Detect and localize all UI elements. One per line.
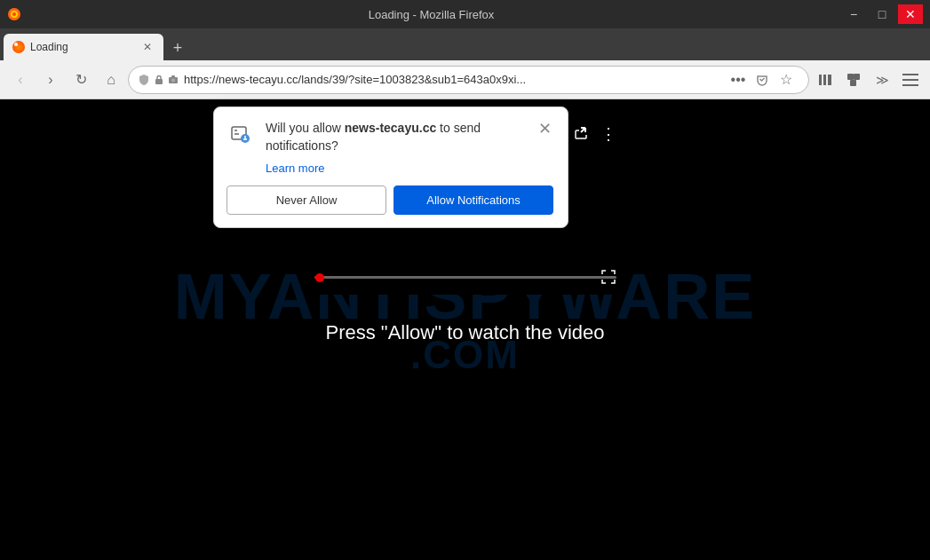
new-tab-button[interactable]: + [165, 35, 190, 60]
progress-filled [314, 276, 321, 279]
forward-button[interactable]: › [37, 67, 64, 93]
back-button[interactable]: ‹ [7, 67, 34, 93]
svg-rect-13 [902, 79, 918, 81]
tab-bar: Loading ✕ + [0, 28, 930, 60]
progress-bar[interactable] [314, 276, 616, 279]
press-allow-text: Press "Allow" to watch the video [326, 321, 605, 344]
progress-dot [315, 273, 324, 282]
never-allow-button[interactable]: Never Allow [227, 185, 386, 215]
extensions-button[interactable]: ≫ [870, 67, 894, 92]
popup-text: Will you allow news-tecayu.cc to send no… [266, 120, 525, 154]
more-video-options-icon[interactable]: ⋮ [600, 124, 616, 146]
popup-close-button[interactable]: ✕ [536, 120, 553, 138]
video-progress[interactable] [314, 276, 616, 279]
svg-rect-14 [902, 84, 918, 86]
popup-header: Will you allow news-tecayu.cc to send no… [227, 120, 553, 154]
close-button[interactable]: ✕ [898, 4, 923, 24]
home-button[interactable]: ⌂ [98, 67, 124, 93]
tab-close-button[interactable]: ✕ [140, 40, 155, 54]
svg-rect-7 [823, 75, 826, 85]
containers-icon [846, 72, 862, 88]
svg-rect-6 [819, 75, 822, 85]
library-icon [817, 72, 833, 88]
library-button[interactable] [813, 67, 838, 92]
address-bar-icons [138, 74, 179, 86]
permission-icon [168, 75, 179, 85]
popup-buttons: Never Allow Allow Notifications [227, 185, 553, 215]
svg-rect-11 [850, 80, 856, 86]
address-bar-actions: ••• ☆ [725, 67, 799, 93]
toolbar-extras: ≫ [813, 67, 923, 92]
active-tab[interactable]: Loading ✕ [4, 34, 163, 60]
lock-icon [154, 75, 164, 85]
share-icon[interactable] [572, 124, 590, 146]
tab-label: Loading [30, 41, 135, 53]
content-area: MYANTISPYWARE .COM ⌄ [0, 99, 930, 560]
containers-button[interactable] [841, 67, 866, 92]
minimize-button[interactable]: − [841, 4, 866, 24]
url-input[interactable] [184, 73, 719, 86]
learn-more-link[interactable]: Learn more [266, 162, 553, 175]
svg-point-5 [171, 78, 175, 82]
address-bar[interactable]: ••• ☆ [128, 66, 809, 94]
title-bar-controls: − □ ✕ [841, 4, 923, 24]
svg-point-2 [12, 12, 16, 16]
svg-rect-3 [155, 79, 163, 84]
fullscreen-button[interactable] [600, 269, 616, 288]
popup-site-name: news-tecayu.cc [345, 121, 437, 135]
hamburger-icon [902, 74, 918, 86]
firefox-logo-icon [7, 7, 21, 21]
svg-rect-10 [854, 74, 860, 80]
popup-question-prefix: Will you allow [266, 121, 345, 135]
pocket-icon [755, 73, 769, 87]
bookmark-button[interactable]: ☆ [773, 67, 799, 93]
window-title: Loading - Mozilla Firefox [21, 8, 841, 21]
shield-icon [138, 74, 150, 86]
notification-popup: Will you allow news-tecayu.cc to send no… [213, 106, 568, 228]
fullscreen-icon [600, 269, 616, 285]
menu-button[interactable] [898, 67, 923, 92]
svg-rect-8 [828, 75, 831, 85]
title-bar: Loading - Mozilla Firefox − □ ✕ [0, 0, 930, 28]
reload-button[interactable]: ↻ [68, 67, 94, 93]
restore-button[interactable]: □ [870, 4, 894, 24]
svg-rect-9 [847, 74, 854, 80]
more-options-button[interactable]: ••• [725, 67, 751, 93]
svg-rect-12 [902, 74, 918, 75]
allow-notifications-button[interactable]: Allow Notifications [393, 185, 553, 215]
tab-favicon [12, 41, 25, 53]
nav-bar: ‹ › ↻ ⌂ ••• [0, 60, 930, 99]
notification-icon [227, 120, 255, 148]
title-bar-left [7, 7, 21, 21]
